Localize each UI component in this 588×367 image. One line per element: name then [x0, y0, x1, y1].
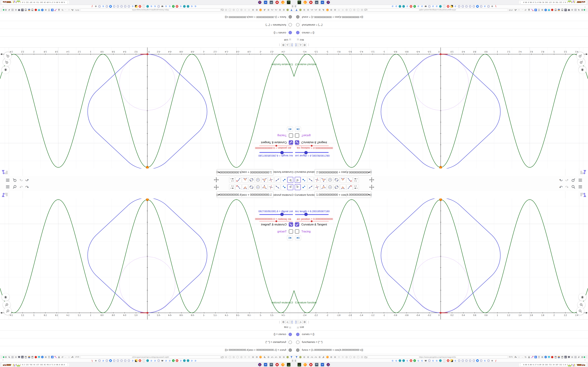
- app-floppy64[interactable]: 64: [263, 0, 268, 5]
- bookmark-favicon[interactable]: G: [102, 359, 104, 362]
- ext-uo-badge-icon[interactable]: uO: [21, 356, 24, 359]
- ext-gear-icon[interactable]: ⚙: [4, 8, 7, 12]
- bookmark-favicon[interactable]: G: [417, 5, 420, 8]
- arc-position-slider-knob[interactable]: [311, 145, 312, 147]
- visibility-dot[interactable]: [296, 15, 299, 18]
- globe-icon[interactable]: ⊕: [307, 356, 310, 359]
- bookmark-favicon[interactable]: i: [142, 5, 145, 8]
- ext-shield-dark-icon[interactable]: [567, 356, 570, 359]
- redo-button[interactable]: ↷: [565, 177, 569, 182]
- settings-gear-icon[interactable]: ⚙: [281, 320, 285, 324]
- ext-plus-blue-icon[interactable]: +: [544, 8, 547, 12]
- app-floppy64[interactable]: 64: [320, 362, 325, 367]
- bookmark-favicon[interactable]: [473, 359, 475, 362]
- bookmark-favicon[interactable]: [476, 359, 479, 362]
- tool-circle[interactable]: [255, 177, 261, 183]
- ext-fwd-icon[interactable]: →: [521, 356, 524, 359]
- bookmark-favicon[interactable]: ✓: [172, 5, 175, 8]
- folder-icon[interactable]: [364, 356, 367, 359]
- bookmark-favicon[interactable]: [105, 359, 108, 362]
- ext-translate-icon[interactable]: A▾: [71, 8, 74, 12]
- ext-star-icon[interactable]: ☆: [518, 356, 520, 359]
- bookmark-favicon[interactable]: [428, 359, 431, 362]
- ext-plus-blue-icon[interactable]: +: [41, 356, 44, 359]
- ext-mouse-icon[interactable]: [48, 356, 51, 359]
- bookmark-favicon[interactable]: G: [391, 359, 394, 362]
- ext-reload-icon[interactable]: ↻: [524, 8, 527, 12]
- algebra-row-funcs[interactable]: funcs = {1.000000000000 + cos(4.00000000…: [294, 346, 588, 354]
- radio-off-icon[interactable]: [228, 8, 231, 12]
- bookmark-favicon[interactable]: [461, 359, 464, 362]
- algebra-row-funcnames[interactable]: funcNames = {" "}: [294, 338, 588, 346]
- list-collapse-button[interactable]: −: [289, 38, 291, 41]
- bookmark-favicon[interactable]: G: [102, 5, 104, 8]
- firefox-icon[interactable]: [259, 8, 262, 12]
- tool-polygon[interactable]: [261, 184, 268, 190]
- bookmark-favicon[interactable]: [183, 359, 186, 362]
- tool-ellipse[interactable]: [334, 177, 339, 183]
- gear-icon[interactable]: ⚙: [255, 356, 258, 359]
- app-monitor[interactable]: [269, 0, 274, 5]
- dropdown-arrow-icon[interactable]: ▼: [218, 169, 221, 175]
- url-bar[interactable]: https://www.geogebra.org/classic/aagcxh3…: [80, 356, 221, 359]
- bookmark-favicon[interactable]: ⚙: [491, 5, 493, 8]
- badge-icon[interactable]: [299, 356, 302, 359]
- browser-menu-icon[interactable]: ⋮: [586, 356, 588, 358]
- radio-on-icon[interactable]: [361, 8, 363, 12]
- arc-length-slider[interactable]: [259, 152, 293, 153]
- bookmark-favicon[interactable]: f: [91, 359, 94, 362]
- ext-globe-icon[interactable]: ⊕: [14, 8, 17, 12]
- bookmark-favicon[interactable]: [157, 5, 160, 8]
- ext-star-icon[interactable]: ☆: [68, 8, 70, 12]
- globe-icon[interactable]: ⊕: [303, 356, 306, 359]
- ext-reload-icon[interactable]: ↻: [61, 8, 64, 12]
- tool-line[interactable]: [308, 177, 314, 183]
- tool-move-cursor[interactable]: [287, 177, 293, 183]
- tool-ellipse[interactable]: [249, 177, 254, 183]
- radio-on-icon[interactable]: [240, 8, 243, 12]
- ext-wrench-icon[interactable]: [8, 8, 11, 12]
- tool-angle[interactable]: α: [242, 177, 248, 183]
- bookmark-favicon[interactable]: [157, 359, 160, 362]
- graphics-view[interactable]: -2.4-2.2-2-1.8-1.6-1.4-1.2-1-0.8-0.6-0.4…: [0, 199, 294, 319]
- bookmark-favicon[interactable]: G: [421, 359, 423, 362]
- ext-trash-icon[interactable]: [561, 356, 564, 359]
- graphics-view[interactable]: -2.4-2.2-2-1.8-1.6-1.4-1.2-1-0.8-0.6-0.4…: [0, 48, 294, 168]
- tool-perpendicular-line[interactable]: [314, 184, 320, 190]
- play-pause-button[interactable]: [295, 127, 301, 132]
- ext-a-blue-icon[interactable]: A: [534, 8, 537, 12]
- pan-view-icon[interactable]: [213, 184, 219, 190]
- browser-menu-icon[interactable]: ⋮: [0, 356, 2, 358]
- ext-mouse-icon[interactable]: [537, 8, 540, 12]
- ext-uo-badge-icon[interactable]: uO: [21, 8, 24, 12]
- bookmark-favicon[interactable]: [480, 5, 483, 8]
- algebra-row-funcnames[interactable]: funcNames = {" "}: [0, 21, 294, 29]
- ext-puzzle-icon[interactable]: [11, 8, 14, 12]
- dot-icon[interactable]: [244, 8, 247, 12]
- tool-point[interactable]: A: [281, 177, 287, 183]
- overflow-chevron-icon[interactable]: ^: [585, 359, 586, 362]
- visibility-dot[interactable]: [296, 333, 299, 336]
- tool-slider[interactable]: a=2: [229, 177, 235, 183]
- bookmark-favicon[interactable]: G: [484, 359, 486, 362]
- app-firefox[interactable]: [303, 362, 307, 367]
- tool-reflect[interactable]: [346, 184, 353, 190]
- gauge-icon[interactable]: [311, 356, 313, 359]
- radio-off-icon[interactable]: [349, 8, 352, 12]
- bookmark-favicon[interactable]: G: [168, 5, 171, 8]
- folder-icon[interactable]: [221, 356, 224, 359]
- bookmark-favicon[interactable]: [450, 359, 453, 362]
- globe-icon[interactable]: ⊕: [267, 356, 270, 359]
- bookmark-favicon[interactable]: [187, 359, 189, 362]
- ext-translate-icon[interactable]: A▾: [514, 356, 517, 359]
- curvature-tangent-checkbox[interactable]: [289, 140, 293, 145]
- bookmark-favicon[interactable]: G: [406, 359, 409, 362]
- tool-line[interactable]: [308, 184, 314, 190]
- ext-globe-icon[interactable]: ⊕: [571, 356, 574, 359]
- bookmark-favicon[interactable]: [461, 5, 464, 8]
- visibility-dot[interactable]: [296, 341, 299, 344]
- ext-shield-cyan-icon[interactable]: [38, 8, 41, 12]
- search-icon[interactable]: [571, 184, 576, 190]
- ext-gear-icon[interactable]: ⚙: [581, 8, 584, 12]
- gauge-icon[interactable]: [311, 8, 313, 12]
